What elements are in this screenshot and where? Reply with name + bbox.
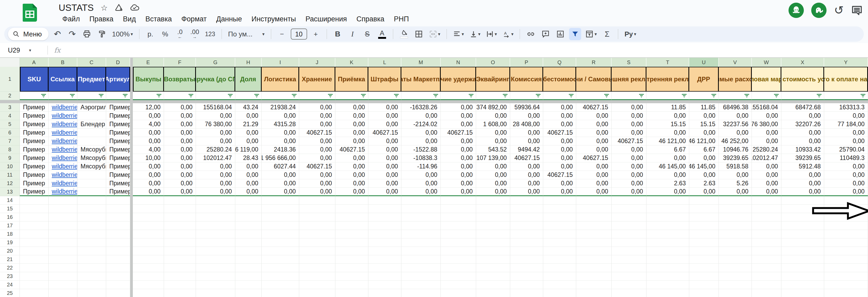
cell-R7[interactable]: 0,00 (576, 137, 612, 145)
menu-Правка[interactable]: Правка (86, 14, 117, 24)
cell-Q17[interactable] (543, 222, 576, 230)
filter-funnel-icon[interactable] (156, 94, 162, 98)
cell-B22[interactable] (49, 264, 78, 272)
frozen-column-divider[interactable] (130, 255, 133, 264)
cell-G14[interactable] (196, 196, 235, 205)
cell-C16[interactable] (78, 213, 106, 222)
cell-S16[interactable] (612, 213, 646, 222)
cell-T18[interactable] (646, 230, 689, 238)
cell-V5[interactable]: 32237.56 (719, 120, 752, 129)
cell-K25[interactable] (335, 289, 368, 297)
cell-V25[interactable] (719, 289, 752, 297)
frozen-column-divider[interactable] (130, 280, 133, 289)
cell-P4[interactable]: 0,00 (510, 112, 543, 120)
cell-N4[interactable]: 0,00 (441, 112, 476, 120)
cell-T12[interactable]: 2.63 (646, 179, 689, 188)
cell-W17[interactable] (752, 222, 781, 230)
cell-I24[interactable] (262, 280, 299, 289)
cell-O10[interactable]: 0,00 (476, 162, 510, 171)
cell-O20[interactable] (476, 247, 510, 255)
cell-S10[interactable]: 0,00 (612, 162, 646, 171)
cell-T23[interactable] (646, 272, 689, 280)
cell-C19[interactable] (78, 238, 106, 247)
cell-P25[interactable] (510, 289, 543, 297)
cell-H24[interactable] (235, 280, 262, 289)
cell-Q24[interactable] (543, 280, 576, 289)
frozen-column-divider[interactable] (130, 137, 133, 145)
header-cell-W[interactable]: Валовая маржа (752, 67, 781, 92)
cell-X20[interactable] (781, 247, 824, 255)
cell-U20[interactable] (689, 247, 719, 255)
format-currency-button[interactable]: р. (144, 28, 156, 40)
cell-F7[interactable]: 0,00 (164, 137, 196, 145)
cell-S18[interactable] (612, 230, 646, 238)
header-cell-J[interactable]: Хранение (299, 67, 335, 92)
cell-Q9[interactable]: 0,00 (543, 154, 576, 162)
cell-J15[interactable] (299, 205, 335, 213)
cell-E9[interactable]: 10,00 (133, 154, 164, 162)
cell-K7[interactable]: 0,00 (335, 137, 368, 145)
wildberries-link[interactable]: wildberries (52, 121, 78, 128)
cell-R19[interactable] (576, 238, 612, 247)
cell-H12[interactable]: 0,00 (235, 179, 262, 188)
cell-N17[interactable] (441, 222, 476, 230)
cell-J7[interactable]: 0,00 (299, 137, 335, 145)
cell-B19[interactable] (49, 238, 78, 247)
column-header-W[interactable]: W (752, 58, 781, 67)
cell-S19[interactable] (612, 238, 646, 247)
cell-N3[interactable]: 0,00 (441, 103, 476, 112)
cell-R15[interactable] (576, 205, 612, 213)
header-cell-P[interactable]: Комиссия (510, 67, 543, 92)
filter-funnel-icon[interactable] (860, 94, 866, 98)
filter-cell-E[interactable] (133, 92, 164, 100)
cell-F6[interactable]: 0,00 (164, 129, 196, 137)
move-to-folder-icon[interactable] (115, 3, 123, 12)
cell-W19[interactable] (752, 238, 781, 247)
cell-S12[interactable]: 0,00 (612, 179, 646, 188)
cell-L22[interactable] (368, 264, 401, 272)
header-cell-Y[interactable]: Итого к оплате на Р/С (824, 67, 868, 92)
frozen-column-divider[interactable] (130, 58, 133, 67)
cell-X23[interactable] (781, 272, 824, 280)
filter-cell-A[interactable] (20, 92, 49, 100)
cell-W8[interactable]: 25280.24 (752, 145, 781, 154)
header-cell-D[interactable]: Артикул (106, 67, 130, 92)
cell-M11[interactable]: 0,00 (401, 171, 441, 179)
header-cell-U[interactable]: ДРР (689, 67, 719, 92)
cell-V21[interactable] (719, 255, 752, 264)
cell-G3[interactable]: 155168.04 (196, 103, 235, 112)
cell-O21[interactable] (476, 255, 510, 264)
cell-N6[interactable]: 40627.15 (441, 129, 476, 137)
filter-cell-J[interactable] (299, 92, 335, 100)
cell-P21[interactable] (510, 255, 543, 264)
cell-M5[interactable]: -2124.02 (401, 120, 441, 129)
cell-Y19[interactable] (824, 238, 868, 247)
cell-U8[interactable]: 6.67 (689, 145, 719, 154)
cell-D25[interactable] (106, 289, 130, 297)
filter-cell-N[interactable] (441, 92, 476, 100)
cell-C21[interactable] (78, 255, 106, 264)
filter-funnel-icon[interactable] (41, 94, 46, 98)
cell-Y13[interactable]: 0,00 (824, 188, 868, 196)
cell-B3[interactable]: wildberries (49, 103, 78, 112)
cell-H23[interactable] (235, 272, 262, 280)
cell-J18[interactable] (299, 230, 335, 238)
cell-L3[interactable]: 0,00 (368, 103, 401, 112)
cell-Q15[interactable] (543, 205, 576, 213)
cell-N8[interactable]: 0,00 (441, 145, 476, 154)
frozen-row-divider[interactable] (0, 100, 868, 103)
cell-H21[interactable] (235, 255, 262, 264)
cell-Y12[interactable]: 0,00 (824, 179, 868, 188)
column-header-L[interactable]: L (368, 58, 401, 67)
cell-B15[interactable] (49, 205, 78, 213)
cell-M16[interactable] (401, 213, 441, 222)
zoom-select[interactable]: 100%▾ (111, 28, 134, 40)
cell-D4[interactable]: Пример (106, 112, 130, 120)
cell-C7[interactable] (78, 137, 106, 145)
cell-J25[interactable] (299, 289, 335, 297)
cell-B10[interactable]: wildberries (49, 162, 78, 171)
cell-O8[interactable]: 543.52 (476, 145, 510, 154)
cell-V10[interactable]: 5918.58 (719, 162, 752, 171)
cell-O12[interactable]: 0,00 (476, 179, 510, 188)
cell-G25[interactable] (196, 289, 235, 297)
